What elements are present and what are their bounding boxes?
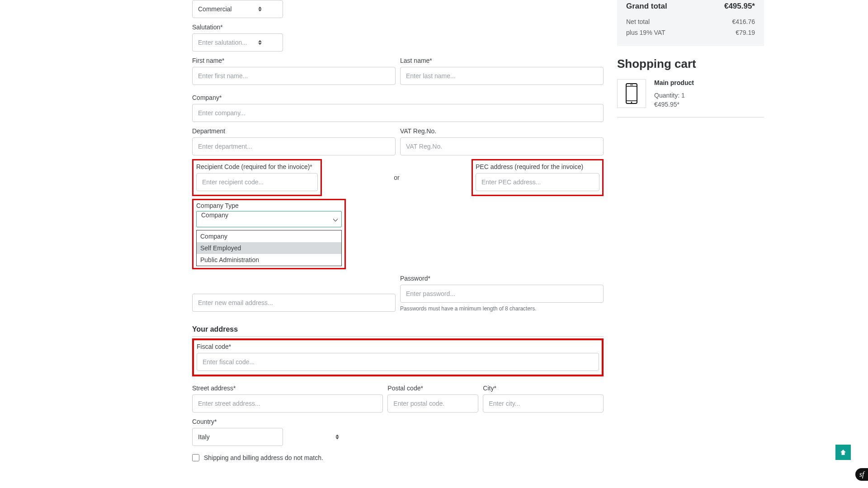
city-label: City*	[483, 385, 604, 392]
company-type-selected: Company	[201, 211, 228, 219]
company-type-select[interactable]: Company	[196, 211, 342, 227]
company-type-label: Company Type	[196, 202, 342, 209]
cart-item-qty: Quantity: 1	[654, 92, 694, 99]
password-label: Password*	[400, 275, 604, 282]
fiscal-label: Fiscal code*	[197, 343, 599, 350]
or-separator: or	[394, 174, 399, 181]
first-name-input[interactable]	[192, 67, 396, 85]
first-name-label: First name*	[192, 57, 396, 64]
iam-select[interactable]	[192, 0, 283, 18]
pec-label: PEC address (required for the invoice)	[476, 163, 599, 170]
svg-point-3	[631, 102, 632, 103]
updown-icon	[335, 435, 339, 440]
street-input[interactable]	[192, 394, 383, 413]
department-input[interactable]	[192, 137, 396, 155]
country-label: Country*	[192, 418, 344, 425]
pec-input[interactable]	[476, 173, 599, 191]
company-type-option-self-employed[interactable]: Self Employed	[197, 242, 341, 254]
salutation-label: Salutation*	[192, 23, 266, 31]
company-type-dropdown: Company Self Employed Public Administrat…	[196, 230, 342, 266]
company-label: Company*	[192, 94, 604, 101]
company-type-highlight: Company Type Company Company Self Employ…	[192, 199, 346, 269]
vat-input[interactable]	[400, 137, 604, 155]
vat-label: plus 19% VAT	[626, 29, 665, 36]
phone-icon	[625, 83, 638, 104]
cart-item-price: €495.95*	[654, 101, 694, 108]
company-type-option-company[interactable]: Company	[197, 230, 341, 242]
vat-value: €79.19	[736, 29, 755, 36]
company-type-option-public-administration[interactable]: Public Administration	[197, 254, 341, 266]
country-select[interactable]	[192, 428, 283, 446]
password-help: Passwords must have a minimum length of …	[400, 305, 604, 312]
cart-item: Main product Quantity: 1 €495.95*	[617, 79, 764, 117]
cart-title: Shopping cart	[617, 57, 764, 71]
last-name-label: Last name*	[400, 57, 604, 64]
password-input[interactable]	[400, 285, 604, 303]
street-label: Street address*	[192, 385, 383, 392]
arrow-up-icon	[840, 449, 846, 455]
net-total-label: Net total	[626, 18, 650, 25]
city-input[interactable]	[483, 394, 604, 413]
scroll-top-button[interactable]	[835, 445, 851, 460]
address-heading: Your address	[192, 325, 604, 337]
salutation-select[interactable]	[192, 33, 283, 52]
ship-bill-diff-checkbox[interactable]	[192, 454, 199, 461]
company-input[interactable]	[192, 104, 604, 122]
department-label: Department	[192, 127, 396, 135]
net-total-value: €416.76	[732, 18, 755, 25]
product-thumbnail	[617, 79, 646, 108]
fiscal-input[interactable]	[197, 353, 599, 371]
email-input[interactable]	[192, 294, 396, 312]
recipient-code-label: Recipient Code (required for the invoice…	[196, 163, 318, 170]
summary-card: Grand total €495.95* Net total €416.76 p…	[617, 0, 764, 46]
cart-item-name: Main product	[654, 79, 694, 86]
postal-label: Postal code*	[387, 385, 478, 392]
fiscal-highlight: Fiscal code*	[192, 338, 604, 376]
vat-label: VAT Reg.No.	[400, 127, 604, 135]
postal-input[interactable]	[387, 394, 478, 413]
grand-total-value: €495.95*	[724, 2, 755, 11]
grand-total-label: Grand total	[626, 2, 667, 11]
recipient-code-highlight: Recipient Code (required for the invoice…	[192, 159, 322, 196]
ship-bill-diff-label: Shipping and billing address do not matc…	[204, 454, 323, 461]
last-name-input[interactable]	[400, 67, 604, 85]
pec-highlight: PEC address (required for the invoice)	[472, 159, 604, 196]
chevron-down-icon	[333, 216, 338, 223]
recipient-code-input[interactable]	[196, 173, 318, 191]
